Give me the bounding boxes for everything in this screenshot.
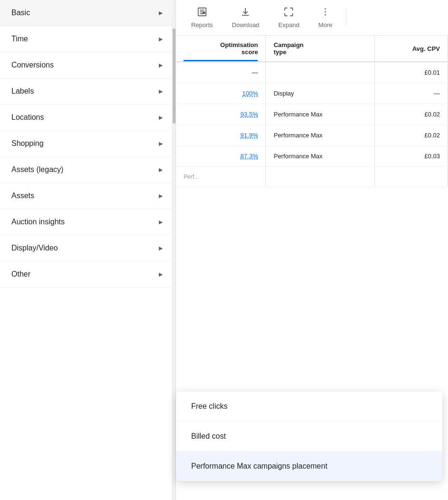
- th-avg-cpv: Avg. CPV: [375, 36, 448, 62]
- th-campaign-type: Campaigntype: [266, 36, 375, 62]
- opt-score-cell-3[interactable]: 93.5%: [176, 104, 266, 125]
- sidebar-item-basic[interactable]: Basic ►: [0, 0, 175, 26]
- sidebar-item-label-assets: Assets: [11, 192, 34, 200]
- campaign-type-cell-6: [266, 167, 375, 187]
- sidebar-item-auction-insights[interactable]: Auction insights ►: [0, 209, 175, 235]
- download-button[interactable]: Download: [224, 4, 267, 31]
- chevron-right-icon-assets: ►: [157, 192, 164, 200]
- svg-point-7: [325, 11, 326, 13]
- campaign-type-cell-1: [266, 62, 375, 83]
- toolbar-divider: [346, 9, 346, 26]
- sidebar-item-locations[interactable]: Locations ►: [0, 105, 175, 131]
- download-icon: [240, 7, 251, 19]
- chevron-right-icon-auction-insights: ►: [157, 218, 164, 226]
- expand-button[interactable]: Expand: [271, 4, 307, 31]
- sidebar-item-shopping[interactable]: Shopping ►: [0, 131, 175, 157]
- main-container: Basic ► Time ► Conversions ► Labels ► Lo…: [0, 0, 448, 500]
- avg-cpv-cell-5: £0.03: [375, 146, 448, 167]
- chevron-right-icon-assets-legacy: ►: [157, 166, 164, 173]
- svg-point-8: [325, 14, 326, 16]
- campaign-type-cell-4: Performance Max: [266, 125, 375, 146]
- sidebar-item-label-locations: Locations: [11, 113, 44, 122]
- chevron-right-icon-conversions: ►: [157, 61, 164, 69]
- chevron-right-icon-other: ►: [157, 270, 164, 278]
- more-label: More: [318, 21, 332, 29]
- table-row: 91.9% Performance Max £0.02: [176, 125, 448, 146]
- dropdown-item-billed-cost[interactable]: Billed cost: [176, 422, 442, 452]
- avg-cpv-cell-3: £0.02: [375, 104, 448, 125]
- sidebar-item-label-basic: Basic: [11, 9, 30, 17]
- avg-cpv-cell-2: —: [375, 83, 448, 104]
- table-row: 93.5% Performance Max £0.02: [176, 104, 448, 125]
- chevron-right-icon-labels: ►: [157, 87, 164, 95]
- opt-score-cell-4[interactable]: 91.9%: [176, 125, 266, 146]
- sidebar-item-label-time: Time: [11, 35, 28, 43]
- chevron-right-icon-shopping: ►: [157, 140, 164, 147]
- expand-label: Expand: [278, 21, 299, 29]
- sidebar-item-assets-legacy[interactable]: Assets (legacy) ►: [0, 157, 175, 183]
- scrollbar-thumb[interactable]: [173, 29, 175, 124]
- campaign-type-cell-3: Performance Max: [266, 104, 375, 125]
- sidebar-item-label-other: Other: [11, 270, 30, 279]
- sidebar-item-label-assets-legacy: Assets (legacy): [11, 165, 63, 174]
- sidebar-item-labels[interactable]: Labels ►: [0, 78, 175, 105]
- sidebar-item-label-auction-insights: Auction insights: [11, 218, 65, 226]
- opt-score-cell-1: —: [176, 62, 266, 83]
- table-row: 87.3% Performance Max £0.03: [176, 146, 448, 167]
- download-label: Download: [232, 21, 260, 29]
- reports-label: Reports: [191, 21, 213, 29]
- campaign-type-cell-5: Performance Max: [266, 146, 375, 167]
- chevron-right-icon-basic: ►: [157, 9, 164, 17]
- sidebar-item-assets[interactable]: Assets ►: [0, 183, 175, 209]
- campaign-type-cell-2: Display: [266, 83, 375, 104]
- sidebar-item-time[interactable]: Time ►: [0, 26, 175, 52]
- sidebar-item-conversions[interactable]: Conversions ►: [0, 52, 175, 78]
- scrollbar-track[interactable]: [172, 0, 175, 500]
- toolbar: Reports Download Expand: [176, 0, 448, 36]
- data-table: Optimisationscore Campaigntype Avg. CPV …: [176, 36, 448, 187]
- avg-cpv-cell-4: £0.02: [375, 125, 448, 146]
- chevron-right-icon-time: ►: [157, 35, 164, 43]
- sidebar-item-label-conversions: Conversions: [11, 61, 54, 69]
- dropdown-menu: Free clicks Billed cost Performance Max …: [176, 392, 442, 481]
- opt-score-cell-6: Perf...: [176, 167, 266, 187]
- sidebar-item-label-shopping: Shopping: [11, 139, 44, 148]
- sidebar-item-display-video[interactable]: Display/Video ►: [0, 235, 175, 261]
- dropdown-item-perf-max-placement[interactable]: Performance Max campaigns placement: [176, 452, 442, 481]
- reports-icon: [197, 7, 207, 19]
- chevron-right-icon-locations: ►: [157, 114, 164, 121]
- sidebar-item-other[interactable]: Other ►: [0, 261, 175, 288]
- svg-point-6: [325, 8, 326, 10]
- sidebar-item-label-display-video: Display/Video: [11, 244, 58, 252]
- sidebar-item-label-labels: Labels: [11, 87, 34, 96]
- table-row: — £0.01: [176, 62, 448, 83]
- th-opt-score: Optimisationscore: [176, 36, 266, 62]
- chevron-right-icon-display-video: ►: [157, 244, 164, 252]
- opt-score-cell-5[interactable]: 87.3%: [176, 146, 266, 167]
- sidebar: Basic ► Time ► Conversions ► Labels ► Lo…: [0, 0, 176, 500]
- svg-rect-4: [203, 11, 205, 14]
- table-row: 100% Display —: [176, 83, 448, 104]
- avg-cpv-cell-1: £0.01: [375, 62, 448, 83]
- dropdown-item-free-clicks[interactable]: Free clicks: [176, 392, 442, 422]
- avg-cpv-cell-6: [375, 167, 448, 187]
- more-button[interactable]: More: [311, 4, 340, 31]
- reports-button[interactable]: Reports: [184, 4, 221, 31]
- table-row: Perf...: [176, 167, 448, 187]
- opt-score-cell-2[interactable]: 100%: [176, 83, 266, 104]
- expand-icon: [283, 7, 294, 19]
- more-icon: [320, 7, 331, 19]
